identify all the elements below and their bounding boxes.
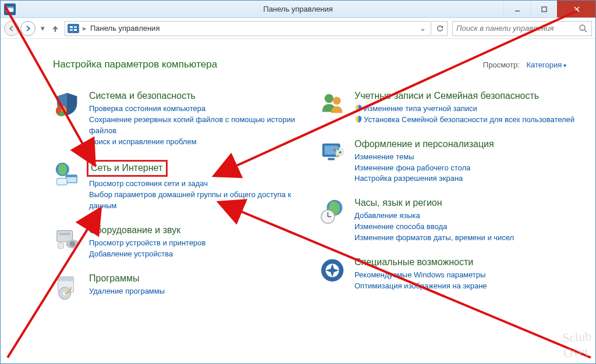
heading-row: Настройка параметров компьютера Просмотр… [53,59,578,70]
left-column: Система и безопасность Проверка состояни… [53,90,313,301]
minimize-button[interactable] [503,1,530,17]
titlebar: Панель управления [1,1,595,18]
recent-dropdown-icon[interactable]: ▾ [37,21,48,36]
right-column: Учетные записи и Семейная безопасность И… [318,90,578,301]
svg-rect-9 [70,29,73,31]
svg-point-35 [339,151,342,154]
network-icon [53,160,81,188]
category-users: Учетные записи и Семейная безопасность И… [318,90,578,126]
network-link-0[interactable]: Просмотр состояния сети и задач [89,179,313,190]
svg-point-36 [337,155,339,157]
clock-link-1[interactable]: Изменение способа ввода [354,222,578,233]
appearance-icon [318,138,346,166]
content-area: Настройка параметров компьютера Просмотр… [1,39,595,363]
svg-point-33 [334,149,336,151]
network-link-1[interactable]: Выбор параметров домашней группы и общег… [89,190,313,212]
category-network: Сеть и Интернет Просмотр состояния сети … [53,160,313,212]
svg-rect-19 [59,233,70,235]
address-dropdown-icon[interactable]: ⌄ [417,24,428,33]
svg-point-11 [580,25,585,30]
appearance-link-0[interactable]: Изменение темы [354,152,578,163]
back-button[interactable] [4,21,19,36]
address-bar[interactable]: ▸ Панель управления ⌄ [65,21,431,36]
categories-grid: Система и безопасность Проверка состояни… [53,90,578,301]
svg-rect-17 [57,179,67,185]
svg-point-21 [70,241,76,247]
svg-rect-22 [58,243,64,249]
close-button[interactable] [557,1,595,17]
search-box[interactable] [452,21,592,36]
address-icon [68,24,79,33]
svg-rect-32 [328,158,335,160]
address-path: ▸ Панель управления [83,24,159,33]
shield-icon [354,115,363,123]
svg-rect-24 [58,276,74,281]
appearance-link-1[interactable]: Изменение фона рабочего стола [354,163,578,174]
refresh-button[interactable] [432,21,448,36]
viewby-label: Просмотр: [483,60,520,69]
svg-point-28 [325,94,334,103]
svg-point-34 [337,148,339,150]
up-button[interactable] [49,21,61,36]
users-title[interactable]: Учетные записи и Семейная безопасность [354,90,539,102]
category-hardware: Оборудование и звук Просмотр устройств и… [53,224,313,260]
clock-link-0[interactable]: Добавление языка [354,210,578,222]
hardware-link-0[interactable]: Просмотр устройств и принтеров [89,238,313,249]
hardware-link-1[interactable]: Добавление устройства [89,249,313,260]
programs-title[interactable]: Программы [89,273,139,284]
svg-rect-1 [6,6,13,8]
system-link-1[interactable]: Сохранение резервных копий файлов с помо… [89,115,313,137]
users-link-1-text: Установка Семейной безопасности для всех… [364,115,574,124]
search-input[interactable] [456,24,579,33]
ease-link-1[interactable]: Оптимизация изображения на экране [354,281,578,292]
category-ease: Специальные возможности Рекомендуемые Wi… [318,256,578,292]
system-title[interactable]: Система и безопасность [89,90,196,102]
svg-rect-10 [74,29,77,31]
ease-title[interactable]: Специальные возможности [354,256,473,268]
users-link-0-text: Изменение типа учетной записи [364,104,477,113]
svg-rect-8 [74,26,77,28]
ease-link-0[interactable]: Рекомендуемые Windows параметры [354,270,578,281]
system-link-2[interactable]: Поиск и исправление проблем [89,137,313,148]
navbar: ▾ ▸ Панель управления ⌄ [1,18,595,39]
maximize-button[interactable] [530,1,557,17]
network-title[interactable]: Сеть и Интернет [87,160,168,177]
forward-button[interactable] [20,21,36,36]
svg-line-12 [584,30,587,32]
svg-rect-16 [66,175,77,177]
system-icon [53,90,81,118]
svg-point-29 [333,97,340,105]
ease-icon [318,256,346,284]
page-title: Настройка параметров компьютера [53,59,217,70]
svg-rect-31 [325,145,338,154]
address-path-text: Панель управления [90,24,159,33]
appearance-title[interactable]: Оформление и персонализация [354,138,494,150]
clock-link-2[interactable]: Изменение форматов даты, времени и чисел [354,233,578,244]
control-panel-window: Панель управления ▾ ▸ Панель управления … [0,0,596,364]
view-by: Просмотр: Категория [483,60,566,69]
programs-icon [53,273,81,301]
hardware-title[interactable]: Оборудование и звук [89,224,180,236]
chevron-right-icon: ▸ [83,24,87,33]
users-link-1[interactable]: Установка Семейной безопасности для всех… [354,115,578,126]
clock-icon [318,197,346,225]
viewby-dropdown[interactable]: Категория [526,60,566,69]
category-programs: Программы Удаление программы [53,273,313,301]
watermark: SclubOvet [562,329,593,361]
system-link-0[interactable]: Проверка состояния компьютера [89,104,313,115]
appearance-link-2[interactable]: Настройка разрешения экрана [354,173,578,184]
clock-title[interactable]: Часы, язык и регион [354,197,442,209]
system-menu-icon[interactable] [4,3,16,15]
users-icon [318,90,346,118]
category-appearance: Оформление и персонализация Изменение те… [318,138,578,185]
programs-link-0[interactable]: Удаление программы [89,286,313,297]
category-clock: Часы, язык и регион Добавление языка Изм… [318,197,578,244]
users-link-0[interactable]: Изменение типа учетной записи [354,104,578,115]
svg-rect-6 [69,25,78,32]
search-icon[interactable] [579,24,588,33]
svg-rect-3 [542,7,547,12]
hardware-icon [53,224,81,252]
shield-icon [354,104,363,112]
category-system: Система и безопасность Проверка состояни… [53,90,313,147]
svg-rect-7 [70,26,73,28]
